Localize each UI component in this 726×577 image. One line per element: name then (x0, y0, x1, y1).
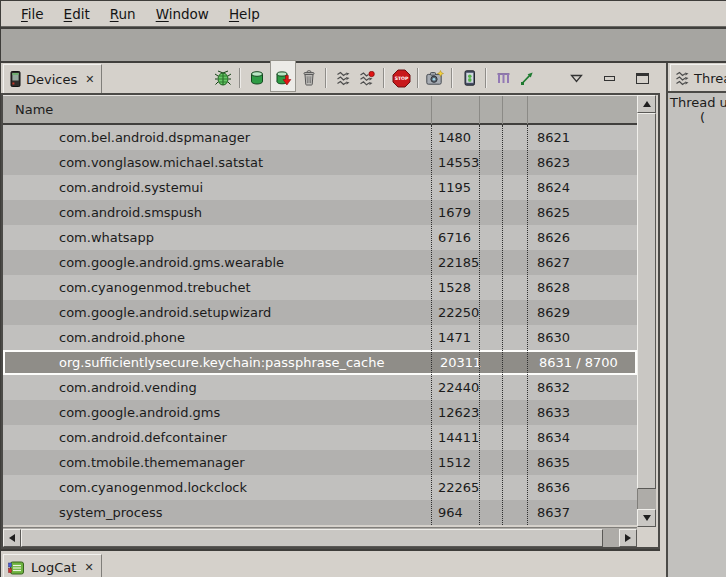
cell-pid: 22440 (431, 380, 479, 395)
menu-item-help[interactable]: Help (219, 4, 270, 24)
cell-name: org.sufficientlysecure.keychain:passphra… (5, 355, 433, 370)
devices-table: Name com.bel.android.dspmanager14808621c… (1, 93, 660, 549)
cell-pid: 1512 (431, 455, 479, 470)
menu-item-edit[interactable]: Edit (54, 4, 100, 24)
down-arrow-icon (643, 515, 651, 521)
toolbar-separator (383, 68, 385, 88)
table-row[interactable]: com.android.smspush16798625 (3, 200, 637, 225)
tab-threads[interactable]: Threads (670, 64, 726, 91)
cell-pid: 1195 (431, 180, 479, 195)
threads-message-line1: Thread up (670, 95, 726, 110)
table-row[interactable]: com.android.systemui11958624 (3, 175, 637, 200)
cell-port: 8635 (527, 455, 637, 470)
minimize-button[interactable] (598, 66, 620, 90)
table-row[interactable]: com.android.phone14718630 (3, 325, 637, 350)
cell-name: com.vonglasow.michael.satstat (3, 155, 431, 170)
view-menu-icon (570, 74, 583, 83)
table-row[interactable]: com.whatsapp67168626 (3, 225, 637, 250)
toolbar-separator (325, 68, 327, 88)
cell-name: com.android.smspush (3, 205, 431, 220)
close-icon[interactable]: ✕ (81, 561, 93, 574)
ddms-window: FileEditRunWindowHelp Devices ✕ STOP Nam… (0, 0, 726, 577)
menu-item-window[interactable]: Window (146, 4, 219, 24)
tab-devices[interactable]: Devices ✕ (3, 64, 102, 93)
column-divider[interactable] (479, 96, 480, 124)
systrace-button[interactable] (516, 66, 538, 90)
scroll-down-button[interactable] (637, 509, 656, 527)
tab-devices-label: Devices (26, 72, 77, 87)
update-heap-button[interactable] (246, 66, 268, 90)
dump-hprof-button[interactable] (270, 60, 296, 92)
menu-item-run[interactable]: Run (100, 4, 146, 24)
cell-name: com.google.android.setupwizard (3, 305, 431, 320)
column-divider[interactable] (502, 96, 503, 124)
cell-pid: 1480 (431, 130, 479, 145)
table-row[interactable]: com.google.android.gms126238633 (3, 400, 637, 425)
cell-port: 8632 (527, 380, 637, 395)
table-row[interactable]: com.vonglasow.michael.satstat145538623 (3, 150, 637, 175)
stop-process-button[interactable]: STOP (390, 66, 412, 90)
view-menu-button[interactable] (565, 66, 587, 90)
table-row[interactable]: system_process9648637 (3, 500, 637, 525)
maximize-button[interactable] (631, 66, 653, 90)
table-row[interactable]: com.android.vending224408632 (3, 375, 637, 400)
stop-threads-icon (359, 71, 375, 86)
tab-logcat-label: LogCat (31, 560, 76, 575)
column-header-name[interactable]: Name (3, 102, 53, 117)
toolbar-separator (485, 68, 487, 88)
cell-port: 8627 (527, 255, 637, 270)
cell-pid: 14411 (431, 430, 479, 445)
logcat-icon (8, 560, 26, 576)
cause-gc-button[interactable] (298, 66, 320, 90)
cell-name: com.google.android.gms (3, 405, 431, 420)
table-row[interactable]: com.android.defcontainer144118634 (3, 425, 637, 450)
cell-pid: 20311 (433, 355, 481, 370)
logcat-bar: LogCat ✕ (1, 549, 660, 577)
horizontal-scrollbar-thumb[interactable] (21, 529, 603, 547)
systrace-icon (519, 70, 535, 86)
tab-logcat[interactable]: LogCat ✕ (3, 554, 102, 577)
table-row[interactable]: com.bel.android.dspmanager14808621 (3, 125, 637, 150)
debug-button[interactable] (212, 66, 234, 90)
vertical-scrollbar-thumb[interactable] (637, 113, 656, 489)
cell-port: 8628 (527, 280, 637, 295)
cell-pid: 6716 (431, 230, 479, 245)
table-row[interactable]: com.cyanogenmod.lockclock222658636 (3, 475, 637, 500)
table-row[interactable]: com.google.android.gms.wearable221858627 (3, 250, 637, 275)
screen-capture-icon (426, 70, 444, 86)
column-divider[interactable] (431, 96, 432, 124)
update-threads-button[interactable] (332, 66, 354, 90)
cell-pid: 22185 (431, 255, 479, 270)
stop-threads-button[interactable] (356, 66, 378, 90)
scroll-up-button[interactable] (637, 95, 656, 113)
threads-panel: Threads Thread up ( (666, 63, 726, 577)
scroll-right-button[interactable] (619, 529, 637, 547)
cell-pid: 22265 (431, 480, 479, 495)
cell-pid: 22250 (431, 305, 479, 320)
toolbar-separator (417, 68, 419, 88)
cell-pid: 14553 (431, 155, 479, 170)
dump-view-hierarchy-button[interactable] (492, 66, 514, 90)
cell-port: 8637 (527, 505, 637, 520)
table-row[interactable]: com.tmobile.thememanager15128635 (3, 450, 637, 475)
threads-tab-bar: Threads (668, 63, 726, 91)
threads-content: Thread up ( (668, 91, 726, 577)
screen-record-button[interactable] (458, 66, 480, 90)
cell-port: 8633 (527, 405, 637, 420)
table-row[interactable]: com.google.android.setupwizard222508629 (3, 300, 637, 325)
column-divider[interactable] (527, 96, 528, 124)
table-body: com.bel.android.dspmanager14808621com.vo… (3, 125, 637, 525)
table-row[interactable]: org.sufficientlysecure.keychain:passphra… (3, 350, 637, 375)
cell-name: com.android.phone (3, 330, 431, 345)
cell-port: 8629 (527, 305, 637, 320)
cell-port: 8634 (527, 430, 637, 445)
table-row[interactable]: com.cyanogenmod.trebuchet15288628 (3, 275, 637, 300)
menu-item-file[interactable]: File (11, 4, 54, 24)
horizontal-scrollbar-track[interactable] (3, 527, 637, 547)
cell-name: system_process (3, 505, 431, 520)
scroll-left-button[interactable] (3, 529, 21, 547)
screen-capture-button[interactable] (424, 66, 446, 90)
cell-pid: 12623 (431, 405, 479, 420)
close-icon[interactable]: ✕ (82, 73, 94, 86)
table-header[interactable]: Name (3, 95, 637, 125)
